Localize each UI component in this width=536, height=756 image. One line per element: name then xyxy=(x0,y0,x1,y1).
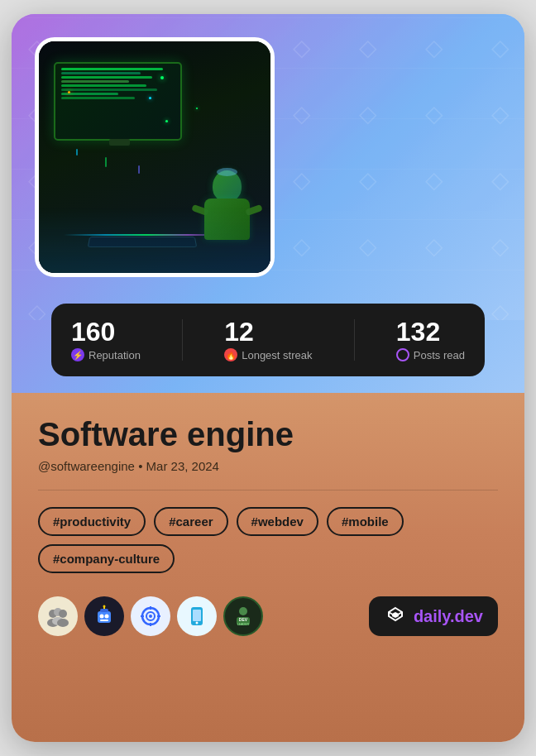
reputation-label: ⚡ Reputation xyxy=(71,348,141,361)
svg-point-7 xyxy=(57,619,69,627)
streak-value: 12 xyxy=(224,318,312,345)
avatar xyxy=(35,37,275,277)
stat-streak: 12 🔥 Longest streak xyxy=(224,318,312,361)
profile-card: ◇ xyxy=(12,14,524,742)
badge-community xyxy=(38,596,78,636)
tag-mobile[interactable]: #mobile xyxy=(327,507,404,536)
posts-icon xyxy=(396,348,409,361)
svg-rect-9 xyxy=(100,609,108,612)
stat-posts: 132 Posts read xyxy=(396,318,465,361)
svg-point-10 xyxy=(100,615,104,619)
reputation-value: 160 xyxy=(71,318,141,345)
stats-bar: 160 ⚡ Reputation 12 🔥 Longest streak xyxy=(51,304,485,376)
daily-dev-logo-icon xyxy=(384,605,407,628)
posts-label: Posts read xyxy=(396,348,465,361)
tag-career[interactable]: #career xyxy=(154,507,227,536)
profile-handle: @softwareengine xyxy=(38,459,135,473)
svg-point-11 xyxy=(105,615,109,619)
svg-point-25 xyxy=(239,607,247,615)
profile-meta: @softwareengine • Mar 23, 2024 xyxy=(38,459,498,473)
badge-robot xyxy=(84,596,124,636)
reputation-icon: ⚡ xyxy=(71,348,84,361)
svg-rect-12 xyxy=(100,620,108,621)
svg-text:DEV: DEV xyxy=(239,617,248,622)
badges-row: DEV LEADER xyxy=(38,596,263,636)
streak-icon: 🔥 xyxy=(224,348,237,361)
svg-point-4 xyxy=(59,610,67,618)
badge-dev-leader: DEV LEADER xyxy=(223,596,263,636)
tag-company-culture[interactable]: #company-culture xyxy=(38,544,175,573)
badge-target xyxy=(131,596,170,636)
svg-text:LEADER: LEADER xyxy=(237,623,249,626)
badge-mobile xyxy=(177,596,217,636)
brand-logo: daily.dev xyxy=(369,596,498,636)
tag-productivity[interactable]: #productivity xyxy=(38,507,146,536)
profile-section: Software engine @softwareengine • Mar 23… xyxy=(12,393,524,742)
stat-divider-2 xyxy=(354,319,355,361)
meta-separator: • xyxy=(138,459,146,473)
profile-divider xyxy=(38,490,498,490)
tag-webdev[interactable]: #webdev xyxy=(237,507,318,536)
stat-reputation: 160 ⚡ Reputation xyxy=(71,318,141,361)
svg-point-24 xyxy=(196,622,199,624)
svg-rect-23 xyxy=(193,610,201,621)
brand-name: daily.dev xyxy=(414,607,483,626)
posts-value: 132 xyxy=(396,318,465,345)
tags-container: #productivity #career #webdev #mobile #c… xyxy=(38,507,498,573)
profile-name: Software engine xyxy=(38,416,498,452)
svg-point-17 xyxy=(149,615,152,618)
profile-joined: Mar 23, 2024 xyxy=(146,459,219,473)
card-footer: DEV LEADER daily.dev xyxy=(38,596,498,636)
streak-label: 🔥 Longest streak xyxy=(224,348,312,361)
svg-point-14 xyxy=(103,605,106,608)
stat-divider-1 xyxy=(182,319,183,361)
